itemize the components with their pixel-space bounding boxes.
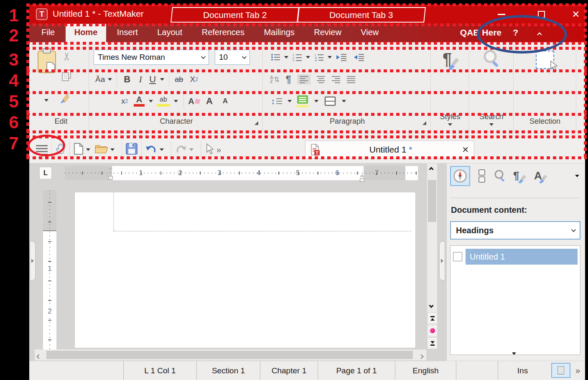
scroll-down-button[interactable]: [430, 301, 433, 309]
sort-button[interactable]: AZ ⇅: [270, 75, 280, 84]
open-button[interactable]: [94, 143, 108, 156]
font-name-combo[interactable]: Times New Roman: [94, 50, 209, 65]
status-section[interactable]: Section 1: [196, 361, 260, 380]
shading-button[interactable]: [297, 95, 308, 107]
align-center-button[interactable]: [316, 76, 326, 83]
sidebar-search-button[interactable]: [492, 166, 508, 186]
scroll-left-button[interactable]: [37, 352, 41, 360]
headings-filter-dropdown[interactable]: Headings: [450, 221, 580, 240]
subscript-button[interactable]: X2: [186, 75, 202, 84]
scroll-right-button[interactable]: [420, 352, 423, 360]
status-page[interactable]: Page 1 of 1: [318, 361, 395, 380]
previous-page-button[interactable]: [427, 312, 438, 324]
status-cursor-position[interactable]: L 1 Col 1: [123, 361, 196, 380]
sidebar-pane-dropdown[interactable]: [571, 166, 583, 186]
shrink-font-button[interactable]: A: [218, 97, 233, 105]
status-insert-mode[interactable]: Ins: [498, 361, 547, 380]
line-spacing-button[interactable]: ↕: [271, 97, 283, 106]
title-document-tab-2[interactable]: Document Tab 2: [171, 7, 300, 23]
borders-dropdown[interactable]: [342, 100, 346, 102]
redo-dropdown[interactable]: [189, 148, 193, 151]
vertical-ruler[interactable]: 1 2: [43, 190, 56, 352]
menu-insert[interactable]: Insert: [108, 24, 147, 42]
highlight-button[interactable]: ab: [155, 96, 171, 107]
undo-dropdown[interactable]: [160, 148, 164, 151]
cut-button[interactable]: ✂: [61, 52, 74, 61]
line-spacing-dropdown[interactable]: [288, 100, 292, 102]
increase-indent-button[interactable]: [336, 54, 347, 61]
list-scroll-down-button[interactable]: [512, 349, 516, 357]
bulleted-list-button[interactable]: [271, 54, 281, 61]
horizontal-scroll-thumb[interactable]: [46, 351, 413, 359]
menu-file[interactable]: File: [33, 24, 64, 42]
menu-layout[interactable]: Layout: [148, 24, 191, 42]
menu-mailings[interactable]: Mailings: [255, 24, 303, 42]
menu-references[interactable]: References: [193, 24, 253, 42]
decrease-indent-button[interactable]: [354, 54, 364, 61]
formatting-marks-button[interactable]: ¶: [280, 74, 297, 85]
paragraph-dialog-launcher[interactable]: [423, 121, 426, 125]
outline-list-button[interactable]: 1: [314, 53, 324, 61]
clear-formatting-button[interactable]: A: [187, 97, 201, 106]
character-dialog-launcher[interactable]: [255, 121, 258, 125]
align-left-button[interactable]: [297, 74, 311, 84]
change-case-dropdown[interactable]: [108, 78, 112, 81]
grow-font-button[interactable]: A: [201, 96, 218, 107]
status-language[interactable]: English: [395, 361, 456, 380]
next-page-button[interactable]: [427, 337, 438, 349]
styles-button[interactable]: ¶ Styles: [431, 46, 469, 132]
menu-view[interactable]: View: [352, 24, 387, 42]
document-content-list[interactable]: Untitled 1: [450, 245, 580, 355]
horizontal-scrollbar[interactable]: [35, 349, 426, 360]
borders-button[interactable]: [324, 96, 336, 106]
title-document-tab-3[interactable]: Document Tab 3: [297, 7, 426, 23]
status-overflow-button[interactable]: »: [575, 361, 580, 380]
numbered-list-dropdown[interactable]: [306, 56, 310, 59]
undo-button[interactable]: [145, 143, 157, 156]
align-right-button[interactable]: [331, 76, 341, 83]
numbered-list-button[interactable]: 123: [293, 53, 303, 61]
bulleted-list-dropdown[interactable]: [284, 56, 288, 59]
sidebar-character-styles-button[interactable]: A: [531, 166, 550, 186]
open-dropdown[interactable]: [110, 148, 115, 151]
toolbar-overflow-button[interactable]: »: [216, 145, 221, 155]
new-document-button[interactable]: [74, 143, 84, 157]
underline-button[interactable]: U: [147, 74, 158, 85]
sidebar-paragraph-styles-button[interactable]: ¶: [510, 166, 529, 186]
vertical-scroll-thumb[interactable]: [428, 180, 436, 222]
strikethrough-button[interactable]: ab: [172, 75, 186, 84]
sidebar-thumbnails-button[interactable]: [474, 166, 489, 186]
underline-dropdown[interactable]: [160, 78, 164, 81]
font-color-button[interactable]: A: [132, 96, 146, 107]
document-tab-close-button[interactable]: ✕: [462, 145, 469, 155]
tab-stop-selector[interactable]: L: [39, 167, 52, 179]
search-button[interactable]: Search: [470, 46, 513, 132]
close-button[interactable]: ✕: [568, 8, 584, 20]
outline-list-dropdown[interactable]: [328, 56, 332, 59]
list-item-untitled-1[interactable]: Untitled 1: [453, 249, 578, 265]
menu-home[interactable]: Home: [66, 24, 107, 42]
menu-review[interactable]: Review: [305, 24, 350, 42]
change-case-button[interactable]: Äa: [95, 75, 105, 84]
bold-button[interactable]: B: [120, 74, 134, 85]
status-chapter[interactable]: Chapter 1: [260, 361, 318, 380]
justify-button[interactable]: [346, 76, 356, 83]
highlight-dropdown[interactable]: [174, 100, 178, 102]
italic-button[interactable]: I: [134, 74, 147, 85]
font-size-combo[interactable]: 10: [215, 50, 250, 65]
sidebar-collapse-handle-right[interactable]: [439, 241, 445, 281]
browse-object-button[interactable]: [427, 325, 438, 337]
paste-dropdown[interactable]: [44, 96, 48, 103]
shading-dropdown[interactable]: [314, 100, 318, 102]
superscript-button[interactable]: x2: [117, 97, 132, 106]
redo-button[interactable]: [175, 143, 187, 156]
indent-marker-first-line[interactable]: [108, 164, 113, 183]
sidebar-navigator-button[interactable]: [450, 166, 470, 186]
font-color-dropdown[interactable]: [149, 100, 153, 102]
indent-marker-right[interactable]: [360, 171, 364, 182]
list-item-checkbox[interactable]: [453, 252, 462, 261]
object-mode-button[interactable]: [205, 143, 214, 156]
save-button[interactable]: [126, 143, 137, 156]
document-page[interactable]: [74, 192, 416, 348]
status-view-mode-button[interactable]: [551, 363, 570, 378]
